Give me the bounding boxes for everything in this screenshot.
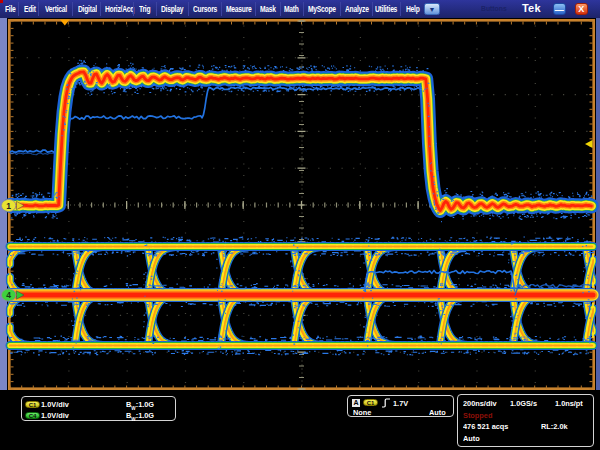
svg-text:1: 1 bbox=[6, 201, 11, 211]
svg-text:4: 4 bbox=[6, 290, 11, 300]
